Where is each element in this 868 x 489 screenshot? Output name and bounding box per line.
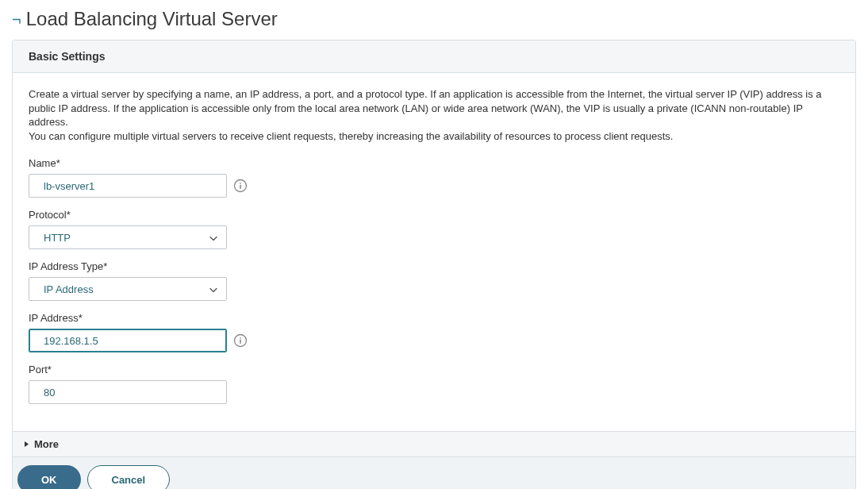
name-input[interactable] bbox=[29, 174, 227, 198]
port-field-group: Port* bbox=[29, 364, 839, 404]
name-label: Name* bbox=[29, 157, 839, 169]
description-line-2: You can configure multiple virtual serve… bbox=[29, 130, 673, 142]
ip-address-label: IP Address* bbox=[29, 312, 839, 324]
port-label: Port* bbox=[29, 364, 839, 375]
ip-address-type-label: IP Address Type* bbox=[29, 260, 839, 272]
panel-footer: OK Cancel bbox=[13, 456, 855, 489]
protocol-field-group: Protocol* HTTP bbox=[29, 209, 839, 249]
more-toggle[interactable]: More bbox=[13, 431, 855, 456]
panel-header: Basic Settings bbox=[13, 40, 855, 73]
bracket-icon: ¬ bbox=[12, 10, 21, 29]
basic-settings-panel: Basic Settings Create a virtual server b… bbox=[12, 40, 856, 489]
ip-address-type-select[interactable]: IP Address bbox=[29, 277, 227, 301]
ip-address-field-group: IP Address* bbox=[29, 312, 839, 352]
description-line-1: Create a virtual server by specifying a … bbox=[29, 88, 822, 128]
info-icon[interactable] bbox=[233, 333, 248, 348]
svg-point-4 bbox=[240, 337, 241, 339]
svg-rect-5 bbox=[240, 340, 241, 344]
panel-description: Create a virtual server by specifying a … bbox=[29, 87, 839, 143]
port-input[interactable] bbox=[29, 380, 227, 404]
protocol-select[interactable]: HTTP bbox=[29, 225, 227, 249]
page-title: Load Balancing Virtual Server bbox=[26, 8, 278, 30]
info-icon[interactable] bbox=[233, 179, 248, 193]
svg-rect-2 bbox=[240, 185, 241, 189]
protocol-label: Protocol* bbox=[29, 209, 839, 221]
name-field-group: Name* bbox=[29, 157, 839, 198]
caret-right-icon bbox=[24, 438, 29, 450]
ip-address-input[interactable] bbox=[29, 329, 227, 352]
ip-address-type-field-group: IP Address Type* IP Address bbox=[29, 260, 839, 301]
more-label: More bbox=[34, 438, 59, 450]
page-header: ¬ Load Balancing Virtual Server bbox=[12, 8, 856, 30]
panel-title: Basic Settings bbox=[29, 50, 839, 63]
svg-point-1 bbox=[240, 183, 241, 184]
ok-button[interactable]: OK bbox=[17, 465, 81, 489]
cancel-button[interactable]: Cancel bbox=[87, 465, 171, 489]
panel-body: Create a virtual server by specifying a … bbox=[13, 73, 855, 431]
